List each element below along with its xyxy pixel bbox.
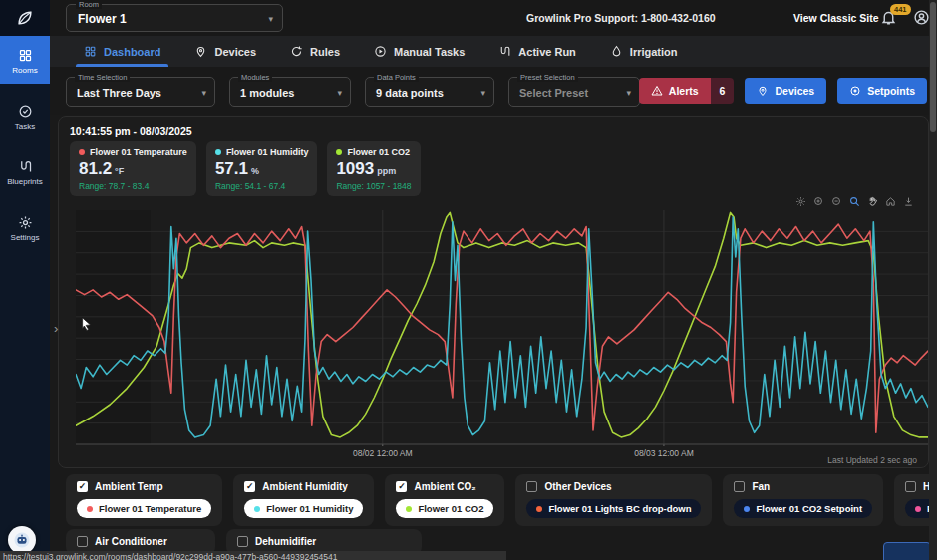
temperature-card[interactable]: Flower 01 Temperature 81.2°F Range: 78.7… (70, 141, 196, 196)
home-icon (885, 196, 896, 207)
tab-label: Dashboard (104, 46, 160, 58)
bottom-right-widget[interactable] (883, 542, 931, 560)
data-points-value: 9 data points (376, 87, 444, 99)
tab-irrigation[interactable]: Irrigation (610, 36, 678, 67)
devices-label: Devices (775, 85, 814, 97)
legend-panel-ambient-temp: ✓Ambient TempFlower 01 Temperature (66, 474, 222, 526)
series-dot (336, 149, 342, 155)
series-line-flower-01-co2 (76, 212, 928, 437)
setpoints-button[interactable]: Setpoints (837, 78, 927, 104)
legend-checkbox-row[interactable]: ✓Ambient Humidity (244, 481, 363, 492)
co2-card[interactable]: Flower 01 CO2 1093ppm Range: 1057 - 1848 (327, 141, 420, 196)
gear-icon (795, 196, 806, 207)
chevron-down-icon: ▾ (268, 14, 273, 24)
legend-row-1: ✓Ambient TempFlower 01 Temperature✓Ambie… (66, 474, 937, 526)
scrollbar-thumb[interactable] (930, 2, 936, 132)
preset-selection-label: Preset Selection (517, 73, 578, 82)
growlink-dashboard: RoomsTasksBlueprintsSettings Room Flower… (0, 0, 937, 560)
checkbox-checked[interactable]: ✓ (244, 481, 255, 492)
chart-toolbar (795, 196, 914, 207)
checkbox-unchecked[interactable] (734, 481, 745, 492)
series-chip[interactable]: Flower 01 CO2 (396, 499, 493, 518)
chat-assistant-avatar[interactable] (8, 526, 36, 554)
sidebar-item-rooms[interactable]: Rooms (0, 36, 50, 84)
growlink-logo[interactable] (0, 0, 50, 36)
checkbox-unchecked[interactable] (905, 481, 916, 492)
alerts-button[interactable]: Alerts 6 (639, 78, 735, 104)
series-line-flower-01-humidity (76, 217, 928, 437)
tab-rules[interactable]: Rules (290, 36, 340, 67)
card-range: Range: 78.7 - 83.4 (79, 181, 187, 191)
tab-label: Manual Tasks (394, 46, 465, 58)
status-url: https://testui3.growlink.com/rooms/dashb… (0, 551, 506, 560)
preset-selection-value: Select Preset (519, 87, 588, 99)
sidebar-item-label: Tasks (15, 122, 35, 131)
setpoints-label: Setpoints (867, 85, 915, 97)
series-chip[interactable]: Flower 01 Humidity (244, 499, 363, 518)
legend-checkbox-row[interactable]: Air Conditioner (77, 536, 204, 547)
chevron-down-icon: ▾ (480, 88, 485, 98)
data-points-select[interactable]: Data Points 9 data points ▾ (365, 77, 494, 107)
time-selection-select[interactable]: Time Selection Last Three Days ▾ (66, 77, 215, 107)
checkbox-checked[interactable]: ✓ (77, 481, 88, 492)
tab-dashboard[interactable]: Dashboard (84, 36, 160, 67)
series-chip[interactable]: Flower 01 Temperature (77, 499, 211, 518)
checkbox-unchecked[interactable] (237, 536, 248, 547)
tab-active-run[interactable]: Active Run (498, 36, 575, 67)
download-icon (903, 196, 914, 207)
chart-tool-pan-icon[interactable] (867, 196, 878, 207)
view-classic-site-link[interactable]: View Classic Site (793, 12, 879, 24)
checkbox-unchecked[interactable] (526, 481, 537, 492)
chart-tool-zoom-out-icon[interactable] (831, 196, 842, 207)
sidebar-item-label: Blueprints (7, 177, 43, 186)
chip-label: Flower 01 Temperature (99, 503, 201, 514)
legend-checkbox-row[interactable]: Other Devices (526, 481, 701, 492)
chart-tool-zoom-in-icon[interactable] (813, 196, 824, 207)
chart-tool-download-icon[interactable] (903, 196, 914, 207)
data-points-label: Data Points (374, 73, 419, 82)
sidebar-item-settings[interactable]: Settings (0, 207, 50, 251)
checkbox-checked[interactable]: ✓ (396, 481, 407, 492)
devices-button[interactable]: Devices (745, 78, 826, 104)
x-tick-label: 08/02 12:00 AM (353, 448, 413, 458)
modules-select[interactable]: Modules 1 modules ▾ (229, 77, 351, 107)
tab-label: Rules (310, 46, 340, 58)
notification-count-badge: 441 (890, 4, 911, 15)
series-chip[interactable]: Flower 01 CO2 Setpoint (734, 499, 872, 518)
sidebar-item-tasks[interactable]: Tasks (0, 96, 50, 140)
scrollbar[interactable] (929, 0, 937, 560)
legend-checkbox-row[interactable]: Dehumidifier (237, 536, 411, 547)
chart-tool-home-icon[interactable] (885, 196, 896, 207)
tab-manual-tasks[interactable]: Manual Tasks (374, 36, 465, 67)
time-selection-label: Time Selection (75, 73, 130, 82)
timeseries-chart[interactable] (76, 210, 928, 446)
chart-tool-gear-icon[interactable] (795, 196, 806, 207)
panel-expand-chevron[interactable]: › (54, 321, 58, 336)
humidity-card[interactable]: Flower 01 Humidity 57.1% Range: 54.1 - 6… (206, 141, 318, 196)
room-select[interactable]: Room Flower 1 ▾ (66, 4, 283, 32)
legend-checkbox-row[interactable]: Fan (734, 481, 872, 492)
droplet-icon (610, 45, 623, 58)
legend-label: Dehumidifier (255, 536, 316, 547)
card-range: Range: 54.1 - 67.4 (215, 181, 309, 191)
person-icon (913, 9, 930, 26)
legend-panel-other-devices: Other DevicesFlower 01 Lights BC drop-do… (515, 474, 712, 526)
checkbox-unchecked[interactable] (77, 536, 88, 547)
sidebar-item-blueprints[interactable]: Blueprints (0, 151, 50, 195)
chip-label: Flower 01 CO2 (418, 503, 483, 514)
dashboard-panel: 10:41:55 pm - 08/03/2025 Flower 01 Tempe… (58, 116, 929, 468)
account-button[interactable] (913, 9, 930, 26)
card-title: Flower 01 Humidity (226, 147, 309, 157)
tab-devices[interactable]: Devices (194, 36, 256, 67)
last-updated-text: Last Updated 2 sec ago (827, 455, 917, 465)
zoom-out-icon (831, 196, 842, 207)
series-chip[interactable]: Flower 01 Lights BC drop-down (526, 499, 701, 518)
preset-selection-select[interactable]: Preset Selection Select Preset ▾ (508, 77, 640, 107)
magnifier-icon (849, 196, 860, 207)
x-axis-labels: 08/02 12:00 AM08/03 12:00 AM (76, 448, 928, 460)
series-dot (215, 149, 221, 155)
legend-checkbox-row[interactable]: ✓Ambient Temp (77, 481, 211, 492)
legend-checkbox-row[interactable]: ✓Ambient CO₂ (396, 481, 493, 492)
refresh-icon (290, 45, 303, 58)
chart-tool-magnifier-icon[interactable] (849, 196, 860, 207)
